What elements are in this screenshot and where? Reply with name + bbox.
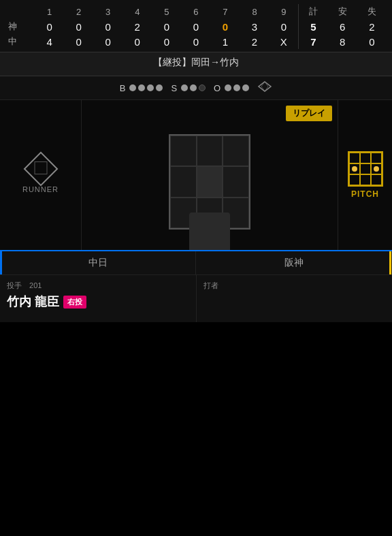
score-hanshin-2: 0 (64, 19, 93, 34)
pitcher-role: 投手 201 (7, 281, 189, 291)
sz-cell-6 (223, 166, 249, 197)
sz-cell-3 (223, 136, 249, 166)
score-chunichi-5: 0 (152, 34, 181, 49)
errors-chunichi: 0 (357, 34, 387, 49)
pg-cell-9 (371, 174, 382, 185)
team-tab-chunichi-label: 中日 (88, 257, 108, 269)
score-hanshin-4: 2 (122, 19, 152, 34)
score-hanshin-8: 3 (240, 19, 270, 34)
strike-label: S (171, 83, 177, 93)
pg-cell-7 (349, 174, 360, 185)
sz-cell-1 (170, 136, 197, 166)
count-bar: B S O (0, 76, 392, 100)
inning-5: 5 (152, 4, 181, 19)
bases-icon (257, 80, 272, 95)
strike-dots (181, 84, 206, 91)
scoreboard: 1 2 3 4 5 6 7 8 9 計 安 失 神 0 0 0 2 0 (0, 0, 392, 52)
notice-text: 【継投】岡田→竹内 (153, 57, 239, 67)
total-header: 計 (299, 4, 328, 19)
out-dots (225, 84, 249, 91)
total-hanshin: 5 (299, 19, 328, 34)
score-chunichi-8: 2 (240, 34, 270, 49)
pitch-grid (348, 151, 383, 187)
score-hanshin-9: 0 (270, 19, 299, 34)
pitch-dot-1 (352, 166, 357, 172)
hits-chunichi: 8 (328, 34, 357, 49)
runner-diamond (23, 152, 58, 187)
pg-cell-4 (349, 163, 360, 174)
score-table: 1 2 3 4 5 6 7 8 9 計 安 失 神 0 0 0 2 0 (5, 4, 387, 49)
pg-cell-3 (371, 153, 382, 163)
inning-8: 8 (240, 4, 270, 19)
runner-panel: RUNNER (0, 100, 82, 250)
hand-badge: 右投 (63, 296, 86, 309)
strike-zone-wrap (82, 100, 338, 250)
score-chunichi-1: 4 (35, 34, 64, 49)
score-hanshin-7: 0 (210, 19, 240, 34)
bottom-area (0, 322, 392, 458)
inning-4: 4 (122, 4, 152, 19)
team-name-chunichi: 中 (5, 34, 35, 49)
notice-bar: 【継投】岡田→竹内 (0, 52, 392, 76)
inning-9: 9 (270, 4, 299, 19)
score-chunichi-4: 0 (122, 34, 152, 49)
strike-dot-3 (199, 84, 206, 91)
pg-cell-6 (371, 163, 382, 174)
strike-dot-2 (190, 84, 197, 91)
svg-rect-2 (35, 162, 47, 174)
team-tabs: 中日 阪神 (0, 250, 392, 274)
pg-cell-5 (360, 163, 371, 174)
pg-cell-1 (349, 153, 360, 163)
ball-label: B (120, 83, 126, 93)
out-dot-3 (242, 84, 249, 91)
sz-cell-2 (197, 136, 223, 166)
score-chunichi-6: 0 (181, 34, 210, 49)
hit-header: 安 (328, 4, 357, 19)
pg-cell-8 (360, 174, 371, 185)
ball-dots (129, 84, 163, 91)
svg-marker-0 (259, 82, 271, 91)
pitch-dot-2 (374, 166, 379, 172)
team-name-hanshin: 神 (5, 19, 35, 34)
inning-7: 7 (210, 4, 240, 19)
score-hanshin-1: 0 (35, 19, 64, 34)
out-label: O (214, 83, 220, 93)
score-chunichi-3: 0 (93, 34, 122, 49)
team-row-hanshin: 神 0 0 0 2 0 0 0 3 0 5 6 2 (5, 19, 387, 34)
ball-dot-3 (147, 84, 154, 91)
pitcher-col: 投手 201 竹内 龍臣 右投 (0, 275, 197, 322)
hits-hanshin: 6 (328, 19, 357, 34)
inning-2: 2 (64, 4, 93, 19)
score-chunichi-2: 0 (64, 34, 93, 49)
score-chunichi-9: X (270, 34, 299, 49)
inning-6: 6 (181, 4, 210, 19)
batter-area (162, 209, 257, 250)
ball-dot-4 (156, 84, 163, 91)
pg-cell-2 (360, 153, 371, 163)
score-hanshin-6: 0 (181, 19, 210, 34)
out-dot-2 (233, 84, 240, 91)
batter-role: 打者 (203, 281, 386, 291)
errors-hanshin: 2 (357, 19, 387, 34)
team-tab-hanshin[interactable]: 阪神 (196, 251, 392, 274)
inning-3: 3 (93, 4, 122, 19)
total-chunichi: 7 (299, 34, 328, 49)
replay-button[interactable]: リプレイ (286, 106, 332, 121)
field-area: RUNNER リプレイ (0, 100, 392, 250)
score-chunichi-7: 1 (210, 34, 240, 49)
out-dot-1 (225, 84, 231, 91)
field-center: リプレイ (82, 100, 338, 250)
ball-dot-2 (138, 84, 145, 91)
strike-dot-1 (181, 84, 188, 91)
ball-dot-1 (129, 84, 136, 91)
error-header: 失 (357, 4, 387, 19)
sz-cell-4 (170, 166, 197, 197)
pitch-label: PITCH (351, 189, 379, 199)
team-row-chunichi: 中 4 0 0 0 0 0 1 2 X 7 8 0 (5, 34, 387, 49)
batter-col: 打者 (197, 275, 393, 322)
sz-cell-5 (197, 166, 223, 197)
inning-1: 1 (35, 4, 64, 19)
score-hanshin-3: 0 (93, 19, 122, 34)
team-tab-chunichi[interactable]: 中日 (0, 251, 196, 274)
pitch-panel[interactable]: PITCH (338, 100, 392, 250)
